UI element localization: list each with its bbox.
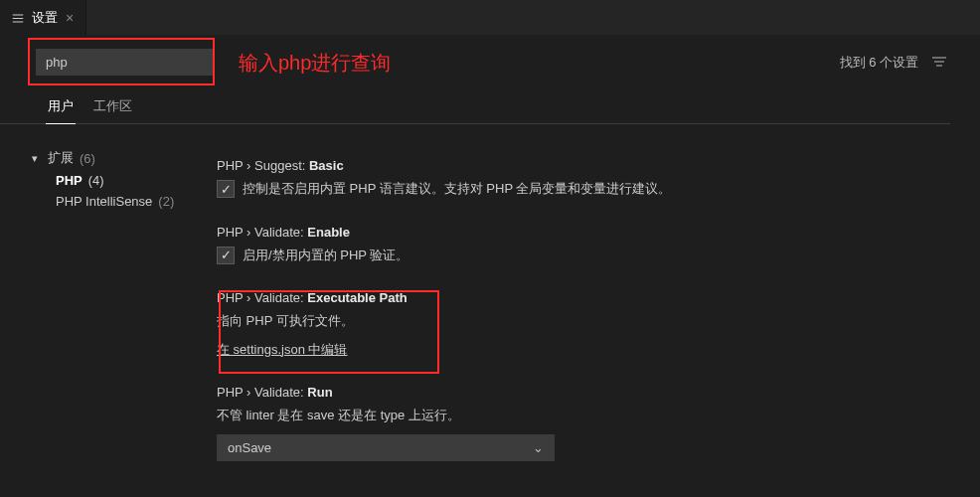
tree-php[interactable]: PHP (4) (56, 170, 209, 191)
settings-list: PHP › Suggest: Basic ✓ 控制是否启用内置 PHP 语言建议… (209, 136, 980, 493)
tree-label: PHP IntelliSense (56, 194, 152, 209)
search-result-count: 找到 6 个设置 (840, 54, 918, 72)
settings-icon (10, 10, 26, 26)
checkbox[interactable]: ✓ (217, 180, 235, 198)
setting-validate-run: PHP › Validate: Run 不管 linter 是在 save 还是… (217, 371, 950, 474)
tree-count: (6) (80, 151, 95, 166)
chevron-down-icon: ⌄ (533, 440, 544, 455)
setting-desc: 控制是否启用内置 PHP 语言建议。支持对 PHP 全局变量和变量进行建议。 (243, 179, 671, 199)
setting-title: PHP › Suggest: Basic (217, 158, 950, 173)
search-row: 找到 6 个设置 (0, 35, 980, 89)
tree-count: (4) (88, 173, 104, 188)
setting-name: Executable Path (307, 290, 407, 305)
scope-tabs: 用户 工作区 (0, 91, 950, 124)
tree-extensions[interactable]: ▾ 扩展 (6) (32, 146, 209, 170)
checkbox[interactable]: ✓ (217, 247, 235, 264)
close-icon[interactable]: × (64, 10, 76, 26)
setting-validate-executable-path: PHP › Validate: Executable Path 指向 PHP 可… (217, 276, 950, 371)
tab-user[interactable]: 用户 (46, 91, 76, 124)
setting-crumb: PHP › Validate: (217, 385, 307, 400)
setting-name: Enable (307, 225, 350, 240)
setting-suggest-basic: PHP › Suggest: Basic ✓ 控制是否启用内置 PHP 语言建议… (217, 144, 950, 211)
setting-name: Run (307, 385, 332, 400)
tab-bar: 设置 × (0, 0, 980, 35)
tab-settings[interactable]: 设置 × (0, 0, 86, 35)
filter-icon[interactable] (928, 52, 950, 74)
setting-crumb: PHP › Validate: (217, 290, 307, 305)
setting-validate-enable: PHP › Validate: Enable ✓ 启用/禁用内置的 PHP 验证… (217, 211, 950, 277)
setting-desc: 不管 linter 是在 save 还是在 type 上运行。 (217, 406, 950, 425)
tree-label: 扩展 (48, 149, 74, 167)
setting-title: PHP › Validate: Executable Path (217, 290, 950, 305)
edit-in-settings-json-link[interactable]: 在 settings.json 中编辑 (217, 341, 348, 359)
setting-crumb: PHP › Validate: (217, 225, 307, 240)
chevron-down-icon: ▾ (32, 152, 44, 165)
tree-php-intellisense[interactable]: PHP IntelliSense (2) (56, 191, 209, 212)
setting-title: PHP › Validate: Run (217, 385, 950, 400)
dropdown-value: onSave (228, 440, 271, 455)
validate-run-dropdown[interactable]: onSave ⌄ (217, 434, 555, 461)
tab-label: 设置 (32, 9, 58, 27)
setting-desc: 指向 PHP 可执行文件。 (217, 311, 950, 331)
tree-label: PHP (56, 173, 82, 188)
setting-crumb: PHP › Suggest: (217, 158, 309, 173)
setting-desc: 启用/禁用内置的 PHP 验证。 (243, 246, 408, 265)
settings-tree: ▾ 扩展 (6) PHP (4) PHP IntelliSense (2) (0, 136, 209, 493)
setting-name: Basic (309, 158, 344, 173)
tree-count: (2) (158, 194, 174, 209)
search-input[interactable] (36, 49, 215, 76)
setting-title: PHP › Validate: Enable (217, 225, 950, 240)
tab-workspace[interactable]: 工作区 (91, 91, 134, 123)
